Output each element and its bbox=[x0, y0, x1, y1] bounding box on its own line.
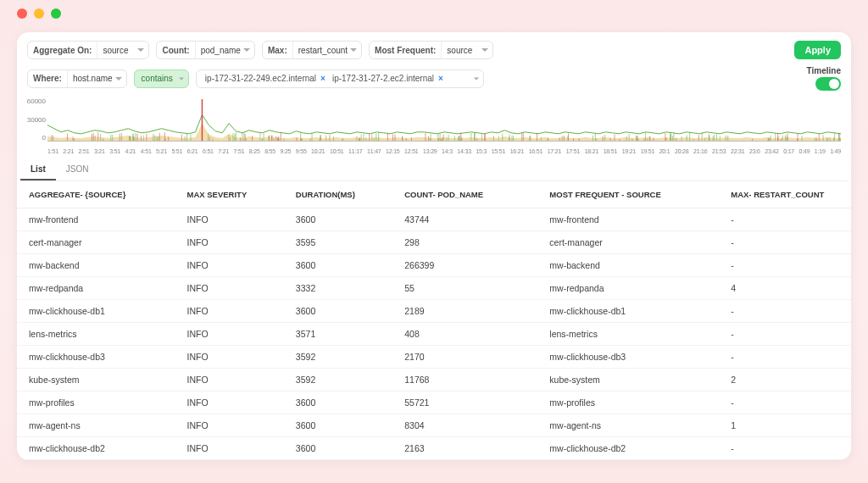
table-row[interactable]: mw-clickhouse-db1INFO36002189mw-clickhou… bbox=[17, 300, 851, 323]
table-cell: 266399 bbox=[398, 254, 542, 277]
results-table: AGGREGATE- {SOURCE}MAX SEVERITYDURATION(… bbox=[17, 181, 851, 460]
most-frequent-value: source bbox=[442, 46, 492, 55]
tab-list[interactable]: List bbox=[20, 159, 56, 180]
minimize-icon[interactable] bbox=[34, 8, 44, 19]
timeline-chart[interactable]: 60000 30000 0 bbox=[47, 97, 841, 148]
where-token: ip-172-31-22-249.ec2.internal × bbox=[202, 74, 329, 83]
close-icon[interactable] bbox=[17, 8, 27, 19]
table-cell: 3595 bbox=[289, 231, 398, 254]
table-header[interactable]: DURATION(MS) bbox=[289, 181, 398, 208]
count-select[interactable]: Count: pod_name bbox=[156, 41, 254, 59]
table-row[interactable]: cert-managerINFO3595298cert-manager- bbox=[17, 231, 851, 254]
table-cell: 55721 bbox=[398, 391, 542, 414]
where-label: Where: bbox=[28, 74, 67, 83]
table-cell: INFO bbox=[181, 231, 289, 254]
max-select[interactable]: Max: restart_count bbox=[262, 41, 362, 59]
chart-x-ticks: 1:512:212:513:213:514:214:515:215:516:21… bbox=[47, 148, 841, 154]
table-cell: - bbox=[724, 300, 851, 323]
table-cell: - bbox=[724, 208, 851, 231]
max-value: restart_count bbox=[293, 46, 361, 55]
maximize-icon[interactable] bbox=[51, 8, 61, 19]
table-cell: 4 bbox=[724, 277, 851, 300]
table-cell: lens-metrics bbox=[542, 323, 724, 346]
table-cell: mw-clickhouse-db2 bbox=[542, 437, 724, 460]
where-token: ip-172-31-27-2.ec2.internal × bbox=[329, 74, 447, 83]
table-row[interactable]: mw-clickhouse-db2INFO36002163mw-clickhou… bbox=[17, 437, 851, 460]
token-remove-icon[interactable]: × bbox=[438, 74, 443, 83]
table-cell: 3592 bbox=[289, 346, 398, 369]
where-field-select[interactable]: Where: host.name bbox=[27, 69, 127, 88]
table-cell: 3600 bbox=[289, 437, 398, 460]
table-cell: INFO bbox=[181, 208, 289, 231]
table-cell: mw-frontend bbox=[542, 208, 724, 231]
max-label: Max: bbox=[263, 46, 292, 55]
aggregate-on-value: source bbox=[97, 46, 148, 55]
table-header[interactable]: MOST FREQUENT - SOURCE bbox=[542, 181, 724, 208]
where-values-input[interactable]: ip-172-31-22-249.ec2.internal × ip-172-3… bbox=[196, 69, 484, 88]
table-cell: 3600 bbox=[289, 254, 398, 277]
view-tabs: List JSON bbox=[20, 159, 848, 181]
table-row[interactable]: lens-metricsINFO3571408lens-metrics- bbox=[17, 323, 851, 346]
table-cell: INFO bbox=[181, 300, 289, 323]
table-cell: 3592 bbox=[289, 369, 398, 391]
table-row[interactable]: mw-agent-nsINFO36008304mw-agent-ns1 bbox=[17, 414, 851, 437]
main-card: Aggregate On: source Count: pod_name Max… bbox=[17, 32, 851, 460]
chart-y-ticks: 60000 30000 0 bbox=[24, 97, 46, 142]
table-cell: lens-metrics bbox=[17, 323, 181, 346]
table-cell: 3600 bbox=[289, 300, 398, 323]
table-cell: INFO bbox=[181, 437, 289, 460]
table-cell: - bbox=[724, 254, 851, 277]
window-traffic-lights bbox=[0, 0, 868, 19]
most-frequent-label: Most Frequent: bbox=[370, 46, 441, 55]
where-field: host.name bbox=[68, 74, 126, 83]
timeline-label: Timeline bbox=[807, 66, 841, 75]
table-header[interactable]: MAX- RESTART_COUNT bbox=[724, 181, 851, 208]
table-cell: INFO bbox=[181, 277, 289, 300]
table-cell: 408 bbox=[398, 323, 542, 346]
table-row[interactable]: kube-systemINFO359211768kube-system2 bbox=[17, 369, 851, 391]
table-cell: mw-backend bbox=[17, 254, 181, 277]
count-value: pod_name bbox=[196, 46, 254, 55]
table-cell: INFO bbox=[181, 323, 289, 346]
table-cell: 55 bbox=[398, 277, 542, 300]
table-row[interactable]: mw-redpandaINFO333255mw-redpanda4 bbox=[17, 277, 851, 300]
chart-canvas bbox=[47, 97, 841, 141]
table-header[interactable]: AGGREGATE- {SOURCE} bbox=[17, 181, 181, 208]
table-cell: mw-frontend bbox=[17, 208, 181, 231]
table-cell: INFO bbox=[181, 369, 289, 391]
table-cell: 3332 bbox=[289, 277, 398, 300]
aggregate-on-select[interactable]: Aggregate On: source bbox=[27, 41, 149, 59]
where-operator-value: contains bbox=[142, 74, 173, 83]
token-remove-icon[interactable]: × bbox=[320, 74, 326, 83]
table-cell: 298 bbox=[398, 231, 542, 254]
aggregate-on-label: Aggregate On: bbox=[28, 46, 97, 55]
table-cell: mw-redpanda bbox=[542, 277, 724, 300]
table-row[interactable]: mw-backendINFO3600266399mw-backend- bbox=[17, 254, 851, 277]
most-frequent-select[interactable]: Most Frequent: source bbox=[369, 41, 493, 59]
table-cell: mw-redpanda bbox=[17, 277, 181, 300]
table-cell: kube-system bbox=[542, 369, 724, 391]
apply-button[interactable]: Apply bbox=[794, 41, 841, 59]
table-cell: 1 bbox=[724, 414, 851, 437]
table-cell: mw-profiles bbox=[17, 391, 181, 414]
table-cell: mw-agent-ns bbox=[542, 414, 724, 437]
table-row[interactable]: mw-profilesINFO360055721mw-profiles- bbox=[17, 391, 851, 414]
table-body: mw-frontendINFO360043744mw-frontend-cert… bbox=[17, 208, 851, 460]
table-cell: - bbox=[724, 323, 851, 346]
table-row[interactable]: mw-clickhouse-db3INFO35922170mw-clickhou… bbox=[17, 346, 851, 369]
table-cell: kube-system bbox=[17, 369, 181, 391]
tab-json[interactable]: JSON bbox=[56, 159, 99, 180]
table-header[interactable]: COUNT- POD_NAME bbox=[398, 181, 542, 208]
table-cell: INFO bbox=[181, 414, 289, 437]
table-cell: mw-backend bbox=[542, 254, 724, 277]
table-cell: cert-manager bbox=[542, 231, 724, 254]
table-row[interactable]: mw-frontendINFO360043744mw-frontend- bbox=[17, 208, 851, 231]
table-header[interactable]: MAX SEVERITY bbox=[181, 181, 289, 208]
table-cell: mw-agent-ns bbox=[17, 414, 181, 437]
table-cell: 2189 bbox=[398, 300, 542, 323]
timeline-toggle[interactable] bbox=[815, 77, 841, 91]
table-cell: mw-profiles bbox=[542, 391, 724, 414]
table-cell: INFO bbox=[181, 346, 289, 369]
where-operator-select[interactable]: contains bbox=[134, 69, 189, 88]
table-cell: mw-clickhouse-db1 bbox=[17, 300, 181, 323]
